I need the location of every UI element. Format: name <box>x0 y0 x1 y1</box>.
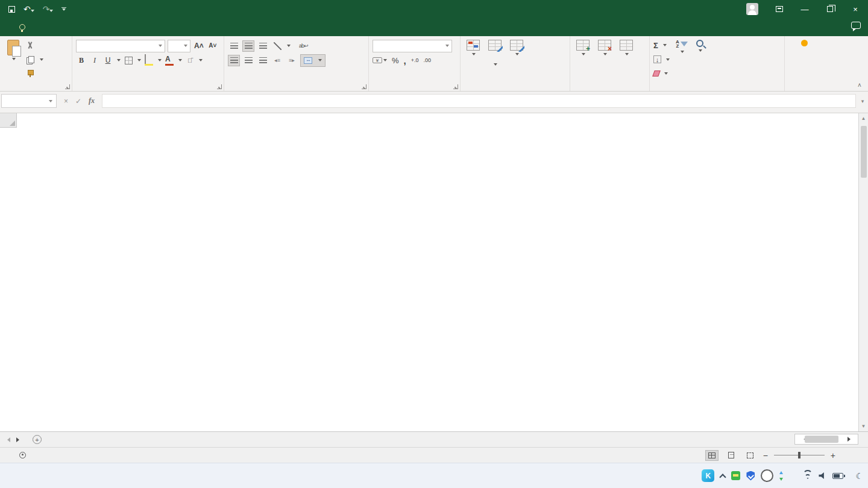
align-bottom-button[interactable] <box>257 40 269 52</box>
merge-center-button[interactable] <box>300 54 326 67</box>
delete-cells-button[interactable] <box>596 39 614 80</box>
zoom-slider[interactable] <box>774 455 825 455</box>
format-painter-button[interactable] <box>27 68 43 79</box>
tray-k-app-icon[interactable]: K <box>702 469 714 482</box>
wrap-text-button[interactable]: ab↩ <box>299 40 310 51</box>
avatar[interactable] <box>746 3 758 15</box>
number-format-select[interactable] <box>373 40 452 52</box>
font-color-button[interactable]: A <box>164 54 175 66</box>
accessibility-status[interactable] <box>19 452 29 458</box>
redo-button[interactable]: ↷ <box>43 4 54 14</box>
dialog-launcher-icon[interactable] <box>453 84 458 89</box>
normal-view-button[interactable] <box>705 450 719 461</box>
insert-function-icon[interactable]: fx <box>89 96 95 105</box>
collapse-ribbon-icon[interactable]: ˄ <box>856 81 863 89</box>
tell-me-search[interactable] <box>19 18 30 36</box>
copy-button[interactable] <box>27 54 43 65</box>
decrease-decimal-button[interactable]: .00 <box>424 57 432 63</box>
font-size-select[interactable] <box>168 40 190 52</box>
new-sheet-button[interactable]: + <box>33 435 42 444</box>
fill-down-icon: ↓ <box>653 55 661 63</box>
vscroll-thumb[interactable] <box>861 126 867 178</box>
percent-format-button[interactable]: % <box>392 56 399 65</box>
customize-qat-button[interactable] <box>61 7 66 11</box>
hscroll-thumb[interactable] <box>805 436 838 443</box>
align-top-button[interactable] <box>228 40 240 52</box>
page-break-view-button[interactable] <box>744 450 757 461</box>
night-mode-icon[interactable]: ☾ <box>855 471 863 481</box>
cut-button[interactable] <box>27 40 43 51</box>
network-speed[interactable] <box>779 469 785 483</box>
tab-scroll-right-icon[interactable] <box>16 437 19 442</box>
scroll-down-icon[interactable]: ▼ <box>859 421 868 431</box>
tray-expand-icon[interactable] <box>720 474 726 480</box>
battery-icon[interactable] <box>832 473 843 479</box>
increase-indent-button[interactable]: ≡▸ <box>286 55 298 66</box>
decrease-indent-button[interactable]: ◂≡ <box>271 55 283 66</box>
bold-button[interactable]: B <box>76 54 87 66</box>
find-select-button[interactable] <box>694 39 706 80</box>
volume-icon[interactable] <box>819 472 826 479</box>
borders-button[interactable] <box>123 54 134 66</box>
comma-format-button[interactable]: , <box>404 55 406 66</box>
clear-button[interactable] <box>653 68 670 79</box>
italic-button[interactable]: I <box>89 54 100 66</box>
dialog-launcher-icon[interactable] <box>65 84 70 89</box>
tray-green-app-icon[interactable] <box>731 471 740 480</box>
comments-icon[interactable] <box>851 22 861 29</box>
fill-color-button[interactable] <box>143 54 154 66</box>
cell-styles-button[interactable] <box>508 39 526 80</box>
tray-shield-icon[interactable] <box>746 471 755 481</box>
close-button[interactable]: × <box>843 0 868 18</box>
tab-scroll-left-icon[interactable] <box>7 437 10 442</box>
phonetic-guide-button[interactable]: 文̈ <box>184 54 195 66</box>
save-icon[interactable] <box>8 6 15 13</box>
dialog-launcher-icon[interactable] <box>362 84 366 89</box>
ribbon-display-options-button[interactable] <box>767 0 792 18</box>
minimize-button[interactable]: — <box>792 0 817 18</box>
conditional-formatting-button[interactable] <box>464 39 482 80</box>
ribbon-group-alignment: ab↩ ◂≡ ≡▸ <box>224 36 369 91</box>
align-right-button[interactable] <box>257 55 269 66</box>
vertical-scrollbar[interactable]: ▲ ▼ <box>858 113 868 431</box>
currency-format-button[interactable]: ¥ <box>373 57 382 63</box>
formula-bar-expand-icon[interactable]: ▾ <box>858 98 867 104</box>
tray-badge[interactable] <box>761 469 773 482</box>
zoom-out-button[interactable]: − <box>763 451 768 460</box>
select-all-corner[interactable] <box>0 113 17 128</box>
fill-button[interactable]: ↓ <box>653 54 670 65</box>
orientation-button[interactable] <box>271 40 283 52</box>
insert-cells-button[interactable] <box>574 39 592 80</box>
zoom-in-button[interactable]: + <box>831 451 835 460</box>
font-family-select[interactable] <box>76 40 165 52</box>
restore-button[interactable] <box>817 0 843 18</box>
confirm-entry-icon[interactable]: ✓ <box>75 97 81 105</box>
name-box[interactable] <box>1 94 57 108</box>
formula-input[interactable] <box>102 94 856 108</box>
zoom-slider-thumb[interactable] <box>798 452 800 458</box>
align-left-button[interactable] <box>228 55 240 66</box>
dialog-launcher-icon[interactable] <box>217 84 222 89</box>
addins-button[interactable] <box>793 39 816 80</box>
page-layout-view-button[interactable] <box>725 450 738 461</box>
align-middle-button[interactable] <box>242 40 254 52</box>
increase-decimal-button[interactable]: +.0 <box>411 57 419 63</box>
wifi-icon[interactable] <box>803 472 813 480</box>
increase-font-button[interactable]: A˄ <box>193 40 205 52</box>
format-as-table-button[interactable] <box>486 39 504 80</box>
paste-button[interactable] <box>4 39 23 80</box>
align-center-button[interactable] <box>242 55 254 66</box>
ribbon-group-addins <box>785 36 822 91</box>
sort-filter-button[interactable]: AZ <box>673 39 690 80</box>
autosum-button[interactable]: Σ <box>653 40 670 51</box>
scroll-right-icon[interactable] <box>848 437 857 442</box>
format-cells-icon <box>620 40 633 51</box>
undo-button[interactable]: ↶ <box>24 4 34 14</box>
cancel-entry-icon[interactable]: × <box>64 97 68 105</box>
ribbon-tab-bar <box>0 18 868 36</box>
horizontal-scrollbar[interactable] <box>794 434 858 445</box>
scroll-up-icon[interactable]: ▲ <box>859 113 868 124</box>
decrease-font-button[interactable]: A˅ <box>207 40 218 52</box>
format-cells-button[interactable] <box>617 39 635 80</box>
underline-button[interactable]: U <box>102 54 113 66</box>
